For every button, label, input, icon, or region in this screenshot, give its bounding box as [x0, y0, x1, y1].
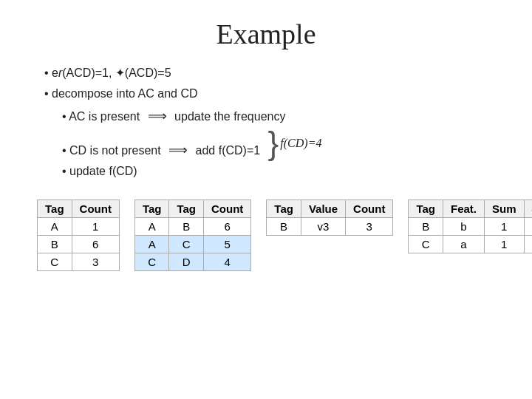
cell: D	[169, 253, 204, 270]
table-row: B v3 3	[267, 217, 393, 235]
cell: 6	[204, 217, 251, 235]
bullet-sub-list: • AC is present ⟹ update the frequency •…	[44, 106, 502, 182]
cell: A	[38, 217, 72, 235]
sub-bullet-2: • CD is not present ⟹ add f(CD)=1 } f(CD…	[62, 127, 502, 162]
cell: 3	[72, 253, 119, 270]
cell: B	[267, 217, 301, 235]
brace-group: } f(CD)=4	[267, 127, 322, 160]
cell: C	[409, 235, 443, 253]
cell: 1	[72, 217, 119, 235]
table4-header-pairs: #pairs	[524, 200, 532, 217]
table2-header-tag1: Tag	[134, 200, 169, 217]
cell: A	[134, 235, 169, 253]
table4-header-tag: Tag	[409, 200, 443, 217]
cell: C	[134, 253, 169, 270]
fcd-label: f(CD)=4	[280, 134, 321, 153]
table-row: C a 1 1	[409, 235, 532, 253]
page: Example er(ACD)=1, ✦(ACD)=5 • decompose …	[0, 0, 532, 399]
cell: 1	[485, 217, 525, 235]
table-row: C 3	[38, 253, 120, 270]
table-tag-value-count: Tag Value Count B v3 3	[266, 200, 393, 236]
sub-bullet-1: • AC is present ⟹ update the frequency	[62, 106, 502, 128]
table-tag-tag-count: Tag Tag Count A B 6 A C 5 C D	[134, 200, 251, 271]
cell: B	[409, 217, 443, 235]
table1-header-tag: Tag	[38, 200, 72, 217]
cell: 5	[204, 235, 251, 253]
cell: B	[38, 235, 72, 253]
table3-header-tag: Tag	[267, 200, 301, 217]
bullet-2: • decompose into AC and CD	[44, 84, 502, 103]
table4-header-sum: Sum	[485, 200, 525, 217]
table-row: A B 6	[134, 217, 250, 235]
cell: a	[443, 235, 485, 253]
table-row-highlight: A C 5	[134, 235, 250, 253]
sub-bullet-1-text: • AC is present ⟹ update the frequency	[62, 110, 285, 123]
bullet-1: er(ACD)=1, ✦(ACD)=5	[44, 64, 502, 83]
cell: C	[169, 235, 204, 253]
table2-header-count: Count	[204, 200, 251, 217]
cell: 6	[72, 235, 119, 253]
cell: A	[134, 217, 169, 235]
table-tag-feat-sum-pairs: Tag Feat. Sum #pairs B b 1 1 C a 1 1	[408, 200, 532, 253]
table3-header-value: Value	[301, 200, 345, 217]
cell: C	[38, 253, 72, 270]
table4-header-feat: Feat.	[443, 200, 485, 217]
sub-bullet-3-text: • update f(CD)	[62, 165, 137, 177]
cell: 1	[524, 235, 532, 253]
cell: 1	[524, 217, 532, 235]
cell: b	[443, 217, 485, 235]
brace-symbol: }	[268, 127, 279, 160]
page-title: Example	[30, 18, 502, 50]
table-tag-count: Tag Count A 1 B 6 C 3	[37, 200, 120, 271]
table-row: B b 1 1	[409, 217, 532, 235]
table2-header-tag2: Tag	[169, 200, 204, 217]
tables-container: Tag Count A 1 B 6 C 3	[37, 200, 502, 271]
sub-bullet-2-text: • CD is not present ⟹ add f(CD)=1 } f(CD…	[62, 144, 321, 157]
cell: v3	[301, 217, 345, 235]
cell: B	[169, 217, 204, 235]
bullet-2-text: • decompose into AC and CD	[44, 87, 198, 100]
table1-header-count: Count	[72, 200, 119, 217]
cell: 1	[485, 235, 525, 253]
table-row-highlight: C D 4	[134, 253, 250, 270]
bullet-1-text: er(ACD)=1, ✦(ACD)=5	[44, 66, 171, 79]
table-row: B 6	[38, 235, 120, 253]
bullet-list: er(ACD)=1, ✦(ACD)=5 • decompose into AC …	[44, 64, 502, 182]
table3-header-count: Count	[346, 200, 393, 217]
sub-bullet-3: • update f(CD)	[62, 162, 502, 181]
cell: 4	[204, 253, 251, 270]
cell: 3	[346, 217, 393, 235]
table-row: A 1	[38, 217, 120, 235]
